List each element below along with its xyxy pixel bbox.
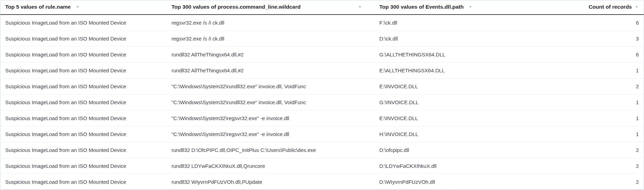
chevron-down-icon bbox=[468, 5, 473, 9]
cell-command-line[interactable]: regsvr32.exe /s /i ck.dll bbox=[167, 15, 374, 30]
table-row[interactable]: Suspicious ImageLoad from an ISO Mounted… bbox=[0, 30, 644, 46]
cell-rule-name[interactable]: Suspicious ImageLoad from an ISO Mounted… bbox=[0, 62, 167, 78]
header-command-line-label: Top 300 values of process.command_line.w… bbox=[171, 4, 301, 10]
cell-dll-path[interactable]: E:\INVOICE.DLL bbox=[374, 78, 567, 94]
chevron-down-icon bbox=[76, 5, 80, 9]
cell-count[interactable]: 1 bbox=[567, 126, 644, 142]
cell-dll-path[interactable]: G:\ALLTHETHINGSX64.DLL bbox=[374, 46, 567, 62]
results-table-scroll[interactable]: Top 5 values of rule.name Top 300 values… bbox=[0, 0, 644, 190]
table-row[interactable]: Suspicious ImageLoad from an ISO Mounted… bbox=[0, 46, 644, 62]
table-row[interactable]: Suspicious ImageLoad from an ISO Mounted… bbox=[0, 15, 644, 30]
cell-rule-name[interactable]: Suspicious ImageLoad from an ISO Mounted… bbox=[0, 78, 167, 94]
cell-rule-name[interactable]: Suspicious ImageLoad from an ISO Mounted… bbox=[0, 15, 167, 30]
header-count-label: Count of records bbox=[589, 4, 632, 10]
cell-rule-name[interactable]: Suspicious ImageLoad from an ISO Mounted… bbox=[0, 46, 167, 62]
cell-dll-path[interactable]: H:\INVOICE.DLL bbox=[374, 126, 567, 142]
table-body: Suspicious ImageLoad from an ISO Mounted… bbox=[0, 15, 644, 190]
cell-rule-name[interactable]: Suspicious ImageLoad from an ISO Mounted… bbox=[0, 94, 167, 110]
cell-count[interactable]: 2 bbox=[567, 78, 644, 94]
cell-rule-name[interactable]: Suspicious ImageLoad from an ISO Mounted… bbox=[0, 174, 167, 190]
table-header: Top 5 values of rule.name Top 300 values… bbox=[0, 0, 644, 15]
header-count[interactable]: Count of records bbox=[567, 0, 644, 15]
cell-count[interactable]: 1 bbox=[567, 94, 644, 110]
header-command-line[interactable]: Top 300 values of process.command_line.w… bbox=[167, 0, 374, 15]
table-row[interactable]: Suspicious ImageLoad from an ISO Mounted… bbox=[0, 174, 644, 190]
cell-count[interactable]: 6 bbox=[567, 15, 644, 30]
cell-dll-path[interactable]: E:\ALLTHETHINGSX64.DLL bbox=[374, 62, 567, 78]
table-row[interactable]: Suspicious ImageLoad from an ISO Mounted… bbox=[0, 78, 644, 94]
cell-dll-path[interactable]: D:\ck.dll bbox=[374, 30, 567, 46]
cell-count[interactable]: 1 bbox=[567, 62, 644, 78]
cell-dll-path[interactable]: E:\INVOICE.DLL bbox=[374, 110, 567, 126]
results-table: Top 5 values of rule.name Top 300 values… bbox=[0, 0, 644, 190]
header-rule-name-label: Top 5 values of rule.name bbox=[5, 4, 71, 10]
cell-dll-path[interactable]: D:\ofcpipc.dll bbox=[374, 142, 567, 158]
cell-command-line[interactable]: "C:\Windows\System32\regsvr32.exe" -e in… bbox=[167, 110, 374, 126]
chevron-down-icon bbox=[635, 5, 639, 9]
cell-count[interactable]: 2 bbox=[567, 142, 644, 158]
table-row[interactable]: Suspicious ImageLoad from an ISO Mounted… bbox=[0, 142, 644, 158]
cell-command-line[interactable]: rundll32 AllTheThingsx64.dll,#2 bbox=[167, 46, 374, 62]
cell-command-line[interactable]: rundll32 AllTheThingsx64.dll,#2 bbox=[167, 62, 374, 78]
header-dll-path-label: Top 300 values of Events.dll.path bbox=[379, 4, 464, 10]
table-row[interactable]: Suspicious ImageLoad from an ISO Mounted… bbox=[0, 62, 644, 78]
cell-count[interactable]: 2 bbox=[567, 174, 644, 190]
cell-count[interactable]: 3 bbox=[567, 30, 644, 46]
cell-rule-name[interactable]: Suspicious ImageLoad from an ISO Mounted… bbox=[0, 30, 167, 46]
cell-dll-path[interactable]: F:\ck.dll bbox=[374, 15, 567, 30]
table-row[interactable]: Suspicious ImageLoad from an ISO Mounted… bbox=[0, 158, 644, 174]
table-row[interactable]: Suspicious ImageLoad from an ISO Mounted… bbox=[0, 110, 644, 126]
chevron-down-icon bbox=[358, 5, 362, 9]
cell-command-line[interactable]: "C:\Windows\System32\rundll32.exe" invoi… bbox=[167, 78, 374, 94]
cell-count[interactable]: 1 bbox=[567, 110, 644, 126]
cell-rule-name[interactable]: Suspicious ImageLoad from an ISO Mounted… bbox=[0, 126, 167, 142]
cell-command-line[interactable]: rundll32 WIyvrnPdFUzVOh.dll,PUpdate bbox=[167, 174, 374, 190]
cell-command-line[interactable]: "C:\Windows\System32\rundll32.exe" invoi… bbox=[167, 94, 374, 110]
cell-command-line[interactable]: rundll32 D:\OfcPIPC.dll,OIPC_InitPlus C:… bbox=[167, 142, 374, 158]
cell-dll-path[interactable]: D:\WIyvrnPdFUzVOh.dll bbox=[374, 174, 567, 190]
cell-rule-name[interactable]: Suspicious ImageLoad from an ISO Mounted… bbox=[0, 110, 167, 126]
cell-dll-path[interactable]: G:\INVOICE.DLL bbox=[374, 94, 567, 110]
cell-rule-name[interactable]: Suspicious ImageLoad from an ISO Mounted… bbox=[0, 142, 167, 158]
cell-count[interactable]: 6 bbox=[567, 46, 644, 62]
cell-rule-name[interactable]: Suspicious ImageLoad from an ISO Mounted… bbox=[0, 158, 167, 174]
header-dll-path[interactable]: Top 300 values of Events.dll.path bbox=[374, 0, 567, 15]
cell-command-line[interactable]: rundll32 LDYwFaCKXIhkuX.dll,Qruncore bbox=[167, 158, 374, 174]
header-rule-name[interactable]: Top 5 values of rule.name bbox=[0, 0, 167, 15]
table-row[interactable]: Suspicious ImageLoad from an ISO Mounted… bbox=[0, 94, 644, 110]
cell-command-line[interactable]: regsvr32.exe /s /i ck.dll bbox=[167, 30, 374, 46]
cell-dll-path[interactable]: D:\LDYwFaCKXIhkuX.dll bbox=[374, 158, 567, 174]
results-table-container: Top 5 values of rule.name Top 300 values… bbox=[0, 0, 644, 190]
cell-count[interactable]: 2 bbox=[567, 158, 644, 174]
cell-command-line[interactable]: "C:\Windows\System32\regsvr32.exe" -e in… bbox=[167, 126, 374, 142]
table-row[interactable]: Suspicious ImageLoad from an ISO Mounted… bbox=[0, 126, 644, 142]
